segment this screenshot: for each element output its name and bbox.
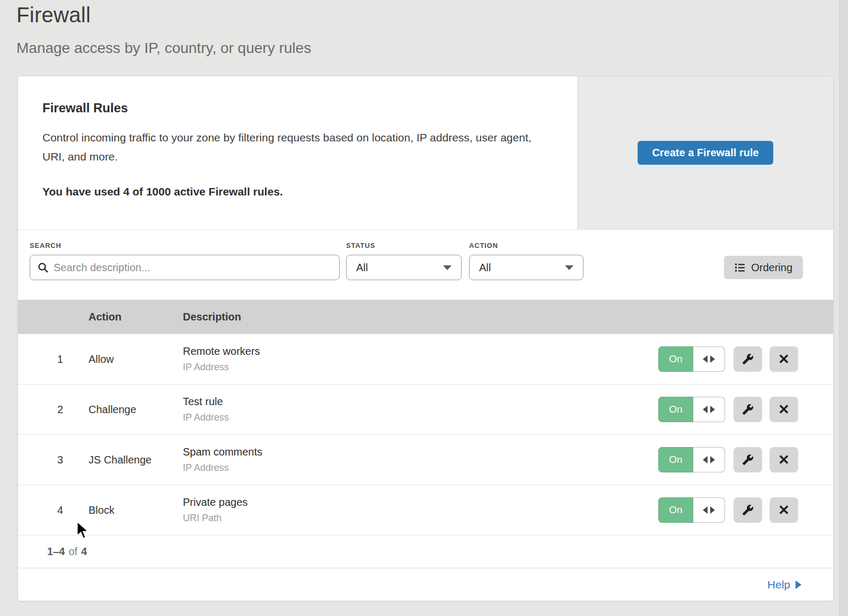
overview-text-panel: Firewall Rules Control incoming traffic … bbox=[18, 76, 577, 229]
search-box bbox=[30, 255, 340, 280]
filters-bar: SEARCH STATUS All ACTION All bbox=[18, 230, 833, 300]
rule-action: Allow bbox=[89, 353, 183, 365]
toggle-on-segment[interactable]: On bbox=[658, 447, 693, 472]
rule-priority: 4 bbox=[18, 504, 89, 516]
wrench-icon bbox=[742, 504, 754, 516]
drag-arrows-icon bbox=[703, 506, 715, 514]
search-filter-group: SEARCH bbox=[30, 242, 346, 280]
drag-arrows-icon bbox=[703, 456, 715, 463]
table-header-row: Action Description bbox=[18, 300, 833, 334]
table-row: 4 Block Private pages URI Path On bbox=[18, 485, 833, 535]
page-header: Firewall Manage access by IP, country, o… bbox=[0, 0, 848, 57]
status-select-value: All bbox=[356, 262, 368, 274]
rule-match-type: IP Address bbox=[183, 462, 658, 474]
action-filter-group: ACTION All bbox=[469, 242, 584, 280]
ordering-button[interactable]: Ordering bbox=[724, 256, 803, 279]
rule-action: Challenge bbox=[89, 404, 183, 416]
search-input[interactable] bbox=[54, 262, 332, 274]
chevron-down-icon bbox=[565, 265, 573, 270]
toggle-knob[interactable] bbox=[693, 447, 725, 472]
rule-description: Spam comments bbox=[183, 446, 658, 458]
rule-description: Private pages bbox=[183, 496, 658, 508]
rule-controls: On ✕ bbox=[658, 497, 833, 523]
rule-priority: 3 bbox=[18, 454, 89, 466]
rules-table: Action Description 1 Allow Remote worker… bbox=[18, 300, 833, 535]
drag-arrows-icon bbox=[703, 406, 715, 413]
rule-description-cell: Spam comments IP Address bbox=[183, 446, 658, 474]
wrench-icon bbox=[742, 353, 754, 365]
overview-section: Firewall Rules Control incoming traffic … bbox=[18, 76, 833, 230]
page-subtitle: Manage access by IP, country, or query r… bbox=[16, 40, 848, 57]
rule-controls: On ✕ bbox=[658, 346, 833, 372]
delete-rule-button[interactable]: ✕ bbox=[770, 447, 798, 472]
edit-rule-button[interactable] bbox=[734, 346, 762, 372]
firewall-rules-card: Firewall Rules Control incoming traffic … bbox=[17, 76, 834, 601]
wrench-icon bbox=[742, 404, 754, 415]
ordering-button-label: Ordering bbox=[751, 262, 792, 274]
status-label: STATUS bbox=[346, 242, 469, 250]
rule-enabled-toggle[interactable]: On bbox=[658, 497, 725, 523]
delete-rule-button[interactable]: ✕ bbox=[770, 346, 798, 372]
action-select[interactable]: All bbox=[469, 255, 584, 280]
rule-action: JS Challenge bbox=[89, 454, 183, 466]
rule-controls: On ✕ bbox=[658, 397, 833, 422]
rule-description: Remote workers bbox=[183, 345, 658, 358]
rule-match-type: IP Address bbox=[183, 412, 658, 423]
usage-note: You have used 4 of 1000 active Firewall … bbox=[42, 185, 545, 198]
status-filter-group: STATUS All bbox=[346, 242, 469, 280]
pagination-row: 1–4 of 4 bbox=[18, 535, 833, 568]
edit-rule-button[interactable] bbox=[734, 397, 762, 422]
action-label: ACTION bbox=[469, 242, 584, 250]
pagination-range: 1–4 bbox=[47, 546, 65, 558]
table-row: 1 Allow Remote workers IP Address On bbox=[18, 334, 833, 384]
rule-enabled-toggle[interactable]: On bbox=[658, 397, 725, 422]
close-icon: ✕ bbox=[778, 503, 790, 517]
toggle-knob[interactable] bbox=[693, 397, 725, 422]
toggle-knob[interactable] bbox=[693, 497, 725, 523]
create-firewall-rule-button[interactable]: Create a Firewall rule bbox=[638, 141, 773, 165]
edit-rule-button[interactable] bbox=[734, 447, 762, 472]
drag-arrows-icon bbox=[703, 355, 715, 363]
close-icon: ✕ bbox=[778, 352, 790, 366]
help-link-label: Help bbox=[767, 578, 790, 591]
rule-priority: 2 bbox=[18, 404, 89, 416]
section-description: Control incoming traffic to your zone by… bbox=[42, 128, 545, 166]
arrow-right-icon bbox=[796, 581, 801, 589]
rule-action: Block bbox=[89, 504, 183, 516]
toggle-on-segment[interactable]: On bbox=[658, 346, 693, 372]
rule-priority: 1 bbox=[18, 353, 89, 365]
table-row: 2 Challenge Test rule IP Address On bbox=[18, 384, 833, 434]
pagination-of: of bbox=[68, 546, 77, 558]
ordered-list-icon bbox=[735, 262, 745, 273]
rule-description: Test rule bbox=[183, 396, 658, 408]
section-heading: Firewall Rules bbox=[42, 101, 545, 115]
rule-description-cell: Test rule IP Address bbox=[183, 396, 658, 423]
close-icon: ✕ bbox=[778, 453, 790, 467]
toggle-on-segment[interactable]: On bbox=[658, 497, 693, 523]
search-icon bbox=[38, 262, 48, 273]
rule-controls: On ✕ bbox=[658, 447, 833, 472]
wrench-icon bbox=[742, 454, 754, 466]
chevron-down-icon bbox=[443, 265, 452, 270]
pagination-total: 4 bbox=[81, 546, 87, 558]
description-column-header: Description bbox=[183, 311, 658, 323]
rule-match-type: IP Address bbox=[183, 362, 658, 373]
delete-rule-button[interactable]: ✕ bbox=[770, 397, 798, 422]
page-title: Firewall bbox=[16, 3, 848, 27]
rule-enabled-toggle[interactable]: On bbox=[658, 447, 725, 472]
toggle-on-segment[interactable]: On bbox=[658, 397, 693, 422]
toggle-knob[interactable] bbox=[693, 346, 725, 372]
close-icon: ✕ bbox=[778, 403, 790, 416]
help-link[interactable]: Help bbox=[767, 578, 801, 591]
status-select[interactable]: All bbox=[346, 255, 462, 280]
create-rule-panel: Create a Firewall rule bbox=[577, 76, 833, 229]
rule-description-cell: Private pages URI Path bbox=[183, 496, 658, 524]
delete-rule-button[interactable]: ✕ bbox=[770, 497, 798, 523]
edit-rule-button[interactable] bbox=[734, 497, 762, 523]
rule-description-cell: Remote workers IP Address bbox=[183, 345, 658, 373]
help-row: Help bbox=[18, 568, 833, 601]
action-column-header: Action bbox=[89, 311, 183, 323]
rule-enabled-toggle[interactable]: On bbox=[658, 346, 725, 372]
table-row: 3 JS Challenge Spam comments IP Address … bbox=[18, 434, 833, 485]
action-select-value: All bbox=[479, 262, 491, 274]
